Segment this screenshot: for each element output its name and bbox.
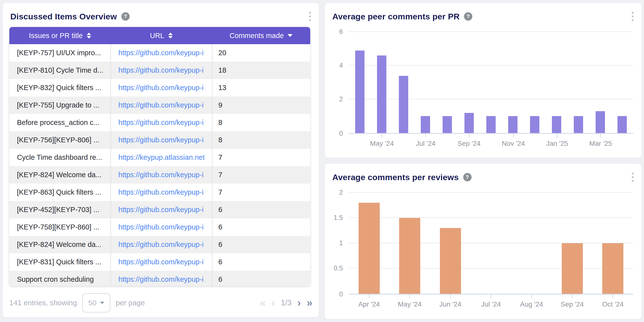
bar[interactable] (530, 116, 539, 133)
help-icon[interactable]: ? (463, 173, 472, 181)
bar[interactable] (355, 50, 364, 133)
table-footer: 141 entries, showing 50 per page « ‹ 1/3… (9, 293, 312, 313)
cell-comments-made: 7 (212, 184, 310, 201)
url-link[interactable]: https://github.com/keypup-i (118, 188, 204, 196)
bar[interactable] (464, 113, 474, 133)
bar[interactable] (358, 203, 380, 294)
url-link[interactable]: https://github.com/keypup-i (118, 49, 204, 57)
cell-url: https://github.com/keypup-i (110, 44, 212, 62)
cell-issue-title: [KEYP-755] Upgrade to ... (9, 96, 110, 114)
page-size-select[interactable]: 50 (82, 293, 110, 313)
chart-title: Average comments per reviews (332, 173, 459, 182)
first-page-button[interactable]: « (260, 298, 266, 308)
bar[interactable] (602, 243, 623, 294)
url-link[interactable]: https://github.com/keypup-i (118, 171, 204, 179)
table-row: Before process_action c...https://github… (9, 114, 310, 131)
y-tick-label: 4 (339, 62, 343, 69)
prev-page-button[interactable]: ‹ (272, 298, 275, 308)
cell-url: https://github.com/keypup-i (110, 201, 212, 218)
bar[interactable] (377, 55, 386, 133)
sort-desc-icon[interactable] (288, 34, 292, 37)
kebab-menu-icon[interactable] (630, 172, 635, 183)
x-tick-label: Nov '24 (502, 140, 525, 147)
bar[interactable] (562, 243, 583, 294)
bar-slot (611, 32, 633, 133)
cell-comments-made: 6 (212, 218, 310, 236)
bar-slot (470, 193, 511, 294)
help-icon[interactable]: ? (121, 12, 130, 21)
bar-slot (502, 32, 524, 133)
next-page-button[interactable]: › (298, 298, 301, 308)
bar-slot (430, 193, 470, 294)
x-tick-label: Jan '25 (546, 140, 568, 147)
x-tick-label: Jul '24 (415, 140, 436, 147)
chart-plot-area: 0246 (349, 32, 633, 134)
page-title: Discussed Items Overview (10, 12, 117, 21)
url-link[interactable]: https://github.com/keypup-i (118, 84, 204, 92)
x-tick-label: Aug '24 (511, 301, 552, 308)
bar[interactable] (486, 116, 496, 133)
column-header-label: URL (150, 32, 164, 40)
cell-issue-title: Support cron scheduling (9, 271, 110, 286)
x-axis-line: 0 (349, 294, 633, 295)
last-page-button[interactable]: » (307, 298, 312, 308)
x-tick-label: May '24 (370, 140, 394, 147)
kebab-menu-icon[interactable] (308, 11, 312, 22)
url-link[interactable]: https://github.com/keypup-i (118, 101, 204, 109)
bar-slot (552, 193, 592, 294)
url-link[interactable]: https://github.com/keypup-i (118, 136, 204, 144)
url-link[interactable]: https://github.com/keypup-i (118, 206, 204, 214)
url-link[interactable]: https://github.com/keypup-i (118, 275, 204, 284)
kebab-menu-icon[interactable] (630, 11, 635, 22)
url-link[interactable]: https://github.com/keypup-i (118, 223, 204, 231)
help-icon[interactable]: ? (464, 12, 472, 21)
bar[interactable] (442, 116, 452, 133)
table-row: [KEYP-452][KEYP-703] ...https://github.c… (9, 201, 310, 218)
sort-icon[interactable] (168, 33, 173, 38)
bar[interactable] (596, 111, 605, 133)
bar[interactable] (399, 76, 408, 133)
x-tick-mark (450, 295, 451, 299)
x-tick-mark (491, 295, 491, 299)
x-tick-label: Mar '25 (589, 140, 612, 147)
x-tick-mark (469, 134, 469, 138)
column-header-title[interactable]: Issues or PR title (9, 27, 110, 44)
y-tick-label: 1 (339, 239, 343, 247)
url-link[interactable]: https://keypup.atlassian.net (118, 153, 204, 161)
bar[interactable] (399, 218, 420, 294)
bar[interactable] (508, 116, 518, 133)
x-axis-slot: Sep '24 (458, 134, 481, 147)
bar-slot (392, 32, 414, 133)
sort-icon[interactable] (87, 33, 91, 38)
x-tick-mark (382, 134, 382, 138)
cell-issue-title: [KEYP-824] Welcome da... (9, 236, 110, 253)
cell-comments-made: 6 (212, 236, 310, 253)
table-row: Cycle Time dashboard re...https://keypup… (9, 149, 310, 166)
bar[interactable] (552, 116, 561, 133)
bar[interactable] (618, 116, 627, 133)
x-tick-mark (410, 295, 410, 299)
url-link[interactable]: https://github.com/keypup-i (118, 258, 204, 266)
cell-comments-made: 6 (212, 271, 310, 286)
bar[interactable] (574, 116, 583, 133)
x-tick-mark (531, 295, 532, 299)
table-row: [KEYP-756][KEYP-806] ...https://github.c… (9, 131, 310, 149)
peer-comments-chart: 0246 May '24Jul '24Sep '24Nov '24Jan '25… (349, 32, 633, 147)
column-header-url[interactable]: URL (110, 27, 212, 44)
column-header-comments[interactable]: Comments made (212, 27, 310, 44)
cell-comments-made: 9 (212, 96, 310, 114)
table-row: [KEYP-758][KEYP-860] ...https://github.c… (9, 218, 310, 236)
x-tick-label: Apr '24 (349, 301, 389, 308)
table-row: [KEYP-831] Quick filters ...https://gith… (9, 253, 310, 271)
url-link[interactable]: https://github.com/keypup-i (118, 119, 204, 127)
chevron-down-icon (100, 302, 104, 304)
column-header-label: Comments made (230, 32, 284, 40)
table-header-row: Issues or PR title URL Comments made (9, 27, 310, 44)
bar[interactable] (421, 116, 430, 133)
column-header-label: Issues or PR title (29, 32, 82, 40)
url-link[interactable]: https://github.com/keypup-i (118, 66, 204, 74)
x-tick-mark (426, 134, 426, 138)
bar[interactable] (440, 228, 461, 294)
comments-reviews-card: Average comments per reviews ? 00.511.52… (325, 164, 642, 319)
url-link[interactable]: https://github.com/keypup-i (118, 241, 204, 249)
